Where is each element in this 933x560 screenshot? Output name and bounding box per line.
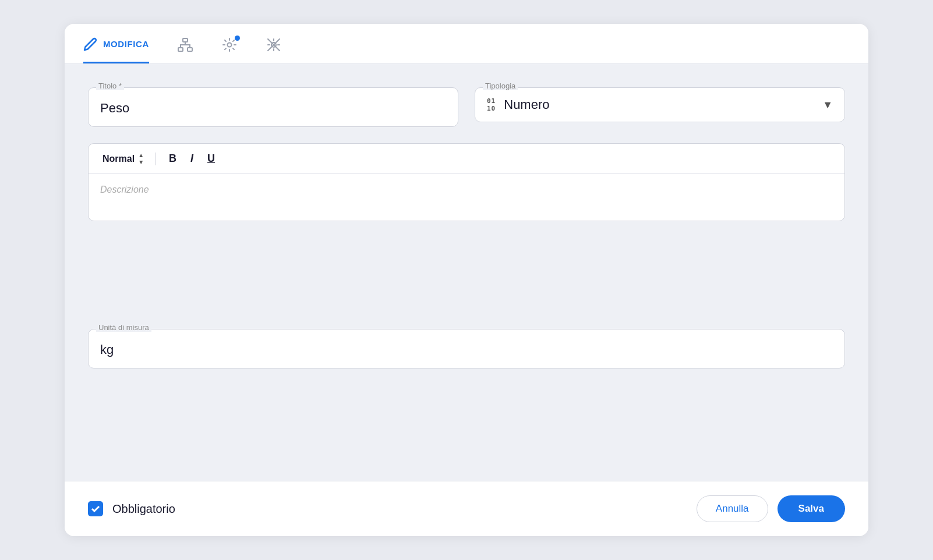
- description-body[interactable]: Descrizione: [89, 174, 844, 221]
- bold-button[interactable]: B: [163, 150, 182, 167]
- titolo-input[interactable]: [88, 87, 458, 127]
- tab-strumenti[interactable]: [266, 24, 282, 63]
- tipologia-value: Numero: [504, 97, 814, 112]
- titolo-field: Titolo *: [88, 87, 458, 127]
- underline-button[interactable]: U: [202, 150, 221, 167]
- checkmark-icon: [91, 504, 100, 513]
- tipologia-field: Tipologia 01 10 Numero ▼: [475, 87, 845, 127]
- editor-toolbar: Normal ▲ ▼ B I U: [89, 144, 844, 174]
- gear-icon: [221, 37, 238, 53]
- toolbar-separator-1: [156, 153, 156, 165]
- tools-icon: [266, 37, 282, 53]
- obbligatorio-label: Obbligatorio: [112, 502, 175, 516]
- tipologia-label: Tipologia: [483, 81, 518, 90]
- style-label: Normal: [103, 154, 135, 164]
- description-editor: Normal ▲ ▼ B I U Descrizione: [88, 143, 845, 221]
- tab-bar: MODIFICA: [65, 24, 868, 64]
- style-arrows-icon: ▲ ▼: [138, 152, 144, 165]
- unita-label: Unità di misura: [96, 323, 151, 332]
- annulla-button[interactable]: Annulla: [697, 495, 768, 522]
- unita-input[interactable]: [88, 329, 845, 368]
- structure-icon: [177, 37, 193, 53]
- form-footer: Obbligatorio Annulla Salva: [65, 481, 868, 536]
- tipologia-select[interactable]: 01 10 Numero ▼: [475, 87, 845, 122]
- unita-field: Unità di misura: [88, 329, 845, 460]
- chevron-down-icon: ▼: [822, 99, 833, 111]
- form-content: Titolo * Tipologia 01 10 Numero ▼: [65, 64, 868, 481]
- tab-struttura[interactable]: [177, 24, 193, 63]
- salva-button[interactable]: Salva: [778, 495, 845, 522]
- tab-impostazioni[interactable]: [221, 24, 238, 63]
- titolo-label: Titolo *: [96, 81, 124, 90]
- svg-point-7: [227, 43, 231, 47]
- obbligatorio-checkbox[interactable]: [88, 501, 103, 516]
- description-placeholder: Descrizione: [100, 185, 149, 194]
- description-editor-wrapper: Normal ▲ ▼ B I U Descrizione: [88, 143, 845, 313]
- obbligatorio-group: Obbligatorio: [88, 501, 175, 516]
- tab-modifica[interactable]: MODIFICA: [83, 24, 149, 63]
- tab-modifica-label: MODIFICA: [103, 39, 149, 49]
- card: MODIFICA: [65, 24, 868, 536]
- style-select[interactable]: Normal ▲ ▼: [98, 150, 149, 168]
- italic-button[interactable]: I: [185, 150, 199, 167]
- numero-icon: 01 10: [487, 97, 496, 112]
- pencil-icon: [83, 37, 97, 51]
- footer-actions: Annulla Salva: [697, 495, 845, 522]
- row-titolo-tipologia: Titolo * Tipologia 01 10 Numero ▼: [88, 87, 845, 127]
